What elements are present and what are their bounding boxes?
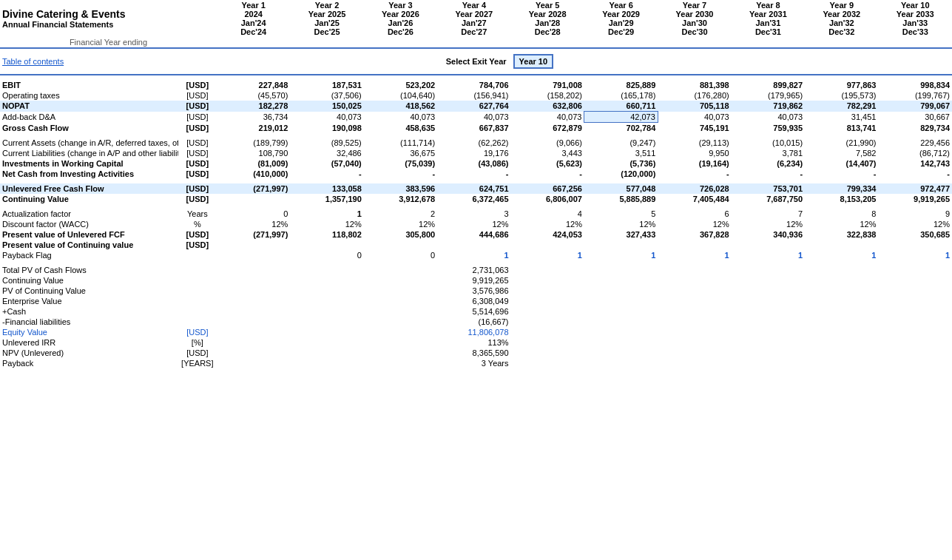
npv-unit: [USD] bbox=[178, 348, 217, 358]
total-pv-row: Total PV of Cash Flows 2,731,063 bbox=[0, 265, 952, 275]
pv-cv-label: Present value of Continuing value bbox=[0, 240, 178, 250]
npv-label: NPV (Unlevered) bbox=[0, 348, 178, 358]
inv-wc-row: Investments in Working Capital [USD] (81… bbox=[0, 158, 952, 169]
payback-sum-unit: [YEARS] bbox=[178, 358, 217, 368]
cur-liab-row: Current Liabilities (change in A/P and o… bbox=[0, 148, 952, 158]
pv-cv-row: Present value of Continuing value [USD] bbox=[0, 240, 952, 250]
ebit-y9: 977,863 bbox=[805, 80, 878, 90]
inv-wc-label: Investments in Working Capital bbox=[0, 158, 178, 169]
gcf-row: Gross Cash Flow [USD] 219,012 190,098 45… bbox=[0, 123, 952, 134]
enterprise-val-val: 6,308,049 bbox=[437, 296, 510, 306]
payback-sum-row: Payback [YEARS] 3 Years bbox=[0, 358, 952, 368]
equity-val-label: Equity Value bbox=[0, 327, 178, 337]
irr-label: Unlevered IRR bbox=[0, 337, 178, 348]
cash-row: +Cash 5,514,696 bbox=[0, 306, 952, 317]
ebit-label: EBIT bbox=[0, 80, 178, 90]
nopat-row: NOPAT [USD] 182,278 150,025 418,562 627,… bbox=[0, 101, 952, 112]
year10-header: Year 10 Year 2033 Jan'33 Dec'33 bbox=[878, 0, 952, 37]
year6-header: Year 6 Year 2029 Jan'29 Dec'29 bbox=[584, 0, 658, 37]
payback-sum-label: Payback bbox=[0, 358, 178, 368]
cur-liab-label: Current Liabilities (change in A/P and o… bbox=[0, 148, 178, 158]
ebit-y4: 784,706 bbox=[437, 80, 510, 90]
fy-label: Financial Year ending bbox=[0, 37, 217, 47]
op-taxes-row: Operating taxes [USD] (45,570) (37,506) … bbox=[0, 90, 952, 101]
pv-cv-sum-row: PV of Continuing Value 3,576,986 bbox=[0, 286, 952, 296]
fin-liab-label: -Financial liabilities bbox=[0, 317, 178, 327]
payback-flag-label: Payback Flag bbox=[0, 250, 178, 260]
irr-row: Unlevered IRR [%] 113% bbox=[0, 337, 952, 348]
addback-row: Add-back D&A [USD] 36,734 40,073 40,073 … bbox=[0, 112, 952, 123]
ebit-y8: 899,827 bbox=[732, 80, 805, 90]
act-factor-row: Actualization factor Years 0 1 2 3 4 5 6… bbox=[0, 209, 952, 219]
cur-liab-unit: [USD] bbox=[178, 148, 217, 158]
op-taxes-label: Operating taxes bbox=[0, 90, 178, 101]
cash-val: 5,514,696 bbox=[437, 306, 510, 317]
exit-year-box[interactable]: Year 10 bbox=[513, 54, 554, 69]
ufcf-label: Unlevered Free Cash Flow bbox=[0, 183, 178, 194]
continuing-val-val: 9,919,265 bbox=[437, 275, 510, 286]
fin-liab-val: (16,667) bbox=[437, 317, 510, 327]
year5-header: Year 5 Year 2028 Jan'28 Dec'28 bbox=[511, 0, 584, 37]
irr-unit: [%] bbox=[178, 337, 217, 348]
nopat-label: NOPAT bbox=[0, 101, 178, 112]
enterprise-val-label: Enterprise Value bbox=[0, 296, 178, 306]
pv-ufcf-label: Present value of Unlevered FCF bbox=[0, 229, 178, 240]
enterprise-val-row: Enterprise Value 6,308,049 bbox=[0, 296, 952, 306]
act-factor-unit: Years bbox=[178, 209, 217, 219]
payback-sum-val: 3 Years bbox=[437, 358, 510, 368]
select-exit-label: Select Exit Year bbox=[446, 57, 507, 66]
pv-cv-sum-val: 3,576,986 bbox=[437, 286, 510, 296]
cur-assets-unit: [USD] bbox=[178, 138, 217, 148]
company-name: Divine Catering & Events bbox=[2, 8, 215, 20]
ebit-y7: 881,398 bbox=[658, 80, 731, 90]
pv-ufcf-unit: [USD] bbox=[178, 229, 217, 240]
ebit-row: EBIT [USD] 227,848 187,531 523,202 784,7… bbox=[0, 80, 952, 90]
ebit-unit: [USD] bbox=[178, 80, 217, 90]
op-taxes-unit: [USD] bbox=[178, 90, 217, 101]
fin-liab-row: -Financial liabilities (16,667) bbox=[0, 317, 952, 327]
equity-val-val: 11,806,078 bbox=[437, 327, 510, 337]
fy-row: Financial Year ending bbox=[0, 37, 952, 47]
pv-cv-unit: [USD] bbox=[178, 240, 217, 250]
cv-label: Continuing Value bbox=[0, 194, 178, 204]
wacc-row: Discount factor (WACC) % 12% 12% 12% 12%… bbox=[0, 219, 952, 229]
year9-header: Year 9 Year 2032 Jan'32 Dec'32 bbox=[805, 0, 878, 37]
net-cash-label: Net Cash from Investing Activities bbox=[0, 169, 178, 179]
cur-assets-label: Current Assets (change in A/R, deferred … bbox=[0, 138, 178, 148]
ebit-y3: 523,202 bbox=[364, 80, 437, 90]
act-factor-label: Actualization factor bbox=[0, 209, 178, 219]
toc-link[interactable]: Table of contents bbox=[2, 57, 64, 66]
pv-ufcf-row: Present value of Unlevered FCF [USD] (27… bbox=[0, 229, 952, 240]
cash-label: +Cash bbox=[0, 306, 178, 317]
ebit-y1: 227,848 bbox=[217, 80, 290, 90]
continuing-val-row: Continuing Value 9,919,265 bbox=[0, 275, 952, 286]
header-row-1: Divine Catering & Events Annual Financia… bbox=[0, 0, 952, 37]
irr-val: 113% bbox=[437, 337, 510, 348]
pv-cv-sum-label: PV of Continuing Value bbox=[0, 286, 178, 296]
continuing-val-label: Continuing Value bbox=[0, 275, 178, 286]
npv-row: NPV (Unlevered) [USD] 8,365,590 bbox=[0, 348, 952, 358]
payback-flag-row: Payback Flag 0 0 1 1 1 1 1 1 1 bbox=[0, 250, 952, 260]
year4-header: Year 4 Year 2027 Jan'27 Dec'27 bbox=[437, 0, 510, 37]
company-subtitle: Annual Financial Statements bbox=[2, 20, 215, 29]
year2-header: Year 2 Year 2025 Jan'25 Dec'25 bbox=[290, 0, 363, 37]
toc-row: Table of contents Select Exit Year Year … bbox=[0, 53, 952, 70]
addback-unit: [USD] bbox=[178, 112, 217, 123]
year7-header: Year 7 Year 2030 Jan'30 Dec'30 bbox=[658, 0, 731, 37]
total-pv-label: Total PV of Cash Flows bbox=[0, 265, 178, 275]
ebit-y2: 187,531 bbox=[290, 80, 363, 90]
equity-val-row: Equity Value [USD] 11,806,078 bbox=[0, 327, 952, 337]
cv-unit: [USD] bbox=[178, 194, 217, 204]
wacc-label: Discount factor (WACC) bbox=[0, 219, 178, 229]
wacc-unit: % bbox=[178, 219, 217, 229]
ufcf-row: Unlevered Free Cash Flow [USD] (271,997)… bbox=[0, 183, 952, 194]
year3-header: Year 3 Year 2026 Jan'26 Dec'26 bbox=[364, 0, 437, 37]
year8-header: Year 8 Year 2031 Jan'31 Dec'31 bbox=[732, 0, 805, 37]
cv-row: Continuing Value [USD] 1,357,190 3,912,6… bbox=[0, 194, 952, 204]
net-cash-row: Net Cash from Investing Activities [USD]… bbox=[0, 169, 952, 179]
cur-assets-row: Current Assets (change in A/R, deferred … bbox=[0, 138, 952, 148]
addback-label: Add-back D&A bbox=[0, 112, 178, 123]
equity-val-unit: [USD] bbox=[178, 327, 217, 337]
npv-val: 8,365,590 bbox=[437, 348, 510, 358]
ufcf-unit: [USD] bbox=[178, 183, 217, 194]
